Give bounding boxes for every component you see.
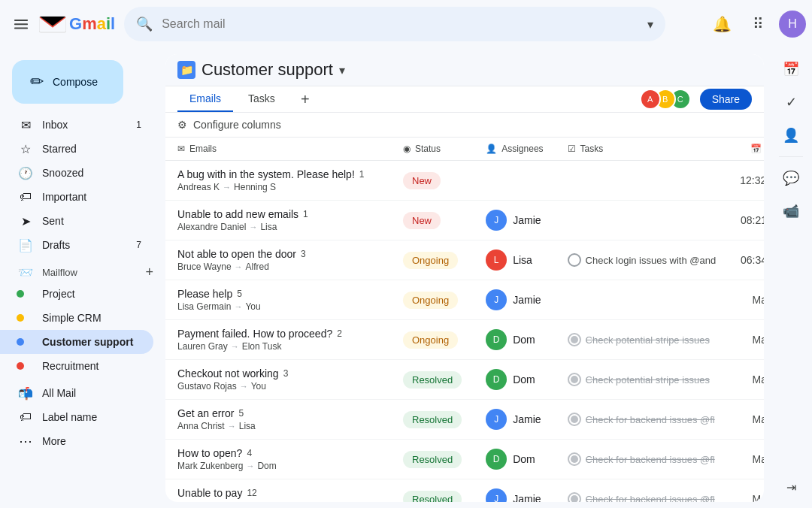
table-row[interactable]: A bug with in the system. Please help! 1… — [165, 161, 764, 201]
sidebar-item-simple-crm[interactable]: Simple CRM — [0, 306, 153, 330]
task-circle — [568, 333, 581, 346]
email-subject: Unable to pay 12 — [177, 487, 379, 499]
assignee-name: Dom — [513, 453, 535, 465]
configure-columns-icon: ⚙ — [177, 119, 187, 131]
email-subject: A bug with in the system. Please help! 1 — [177, 168, 379, 180]
email-participants: Andreas K → Henning S — [177, 182, 379, 192]
assignee-name: Dom — [513, 373, 535, 386]
email-participants: Lauren Gray → Elon Tusk — [177, 341, 379, 352]
sidebar-item-label-name[interactable]: 🏷 Label name — [0, 405, 153, 429]
table-row[interactable]: Unable to add new emails 1 Alexandre Dan… — [165, 201, 764, 240]
task-item: Check for backend issues @fl — [568, 452, 717, 466]
status-col-icon: ◉ — [403, 144, 411, 154]
task-circle — [568, 373, 581, 386]
configure-columns-bar[interactable]: ⚙ Configure columns — [165, 113, 764, 138]
page-title: Customer support — [201, 60, 333, 80]
task-text: Check login issues with @and — [586, 255, 717, 266]
email-subject: Get an error 5 — [177, 407, 379, 419]
assignee-name: Jamie — [513, 413, 541, 425]
tab-add-button[interactable]: + — [293, 87, 317, 111]
tab-emails[interactable]: Emails — [177, 86, 233, 112]
email-participants: Gustavo Rojas → You — [177, 381, 379, 392]
right-icon-contacts[interactable]: 👤 — [776, 120, 806, 150]
date-col-icon: 📅 — [750, 144, 762, 154]
email-count: 5 — [237, 289, 242, 299]
sidebar-item-sent[interactable]: ➤ Sent — [0, 209, 153, 233]
star-icon: ☆ — [18, 142, 33, 156]
right-icon-expand[interactable]: ⇥ — [776, 472, 806, 502]
search-input[interactable] — [162, 17, 647, 31]
label-dropdown-icon[interactable]: ▾ — [339, 63, 345, 77]
sidebar-item-drafts[interactable]: 📄 Drafts 7 — [0, 233, 153, 257]
status-badge: Ongoing — [403, 292, 458, 309]
table-row[interactable]: Not able to open the door 3 Bruce Wayne … — [165, 240, 764, 280]
col-date: 📅 Date — [728, 138, 764, 161]
assignee: D Dom — [486, 449, 543, 470]
table-row[interactable]: How to open? 4 Mark Zukenberg → Dom Reso… — [165, 440, 764, 479]
tab-tasks[interactable]: Tasks — [236, 86, 287, 112]
email-count: 5 — [238, 408, 244, 419]
task-text: Check for backend issues @fl — [586, 454, 715, 465]
sent-icon: ➤ — [18, 214, 33, 228]
user-avatar[interactable]: H — [779, 11, 806, 38]
label-icon: 🏷 — [18, 410, 33, 424]
task-item: Check login issues with @and — [568, 253, 717, 267]
collab-avatar-1: A — [640, 89, 661, 110]
compose-button[interactable]: ✏ Compose — [12, 60, 123, 104]
status-badge: Resolved — [403, 451, 462, 468]
task-item: Check for backend issues @fl — [568, 413, 717, 426]
sidebar-item-recruitment[interactable]: Recruitment — [0, 354, 153, 378]
status-badge: Resolved — [403, 371, 462, 389]
sidebar-item-important[interactable]: 🏷 Important — [0, 185, 153, 209]
svg-rect-2 — [14, 28, 28, 29]
svg-rect-0 — [14, 20, 28, 21]
sidebar-item-customer-support[interactable]: Customer support — [0, 330, 153, 354]
mailflow-add-icon[interactable]: + — [145, 265, 153, 280]
right-icon-calendar[interactable]: 📅 — [776, 54, 806, 84]
customer-support-dot — [17, 338, 24, 346]
table-row[interactable]: Payment failed. How to proceed? 2 Lauren… — [165, 320, 764, 360]
mailflow-icon: 📨 — [18, 265, 33, 280]
task-text: Check potential stripe issues — [586, 374, 710, 386]
sidebar-item-more[interactable]: ⋯ More — [0, 429, 153, 453]
right-icon-chat[interactable]: 💬 — [776, 163, 806, 193]
status-badge: Resolved — [403, 411, 462, 428]
notifications-button[interactable]: 🔔 — [707, 9, 737, 39]
assignee-avatar: L — [486, 249, 507, 271]
snoozed-icon: 🕐 — [18, 166, 33, 180]
apps-button[interactable]: ⠿ — [743, 9, 773, 39]
email-count: 3 — [301, 249, 306, 259]
share-button[interactable]: Share — [700, 89, 752, 110]
drafts-badge: 7 — [136, 240, 141, 250]
col-tasks: ☑ Tasks — [556, 138, 729, 161]
task-circle — [568, 413, 581, 426]
table-row[interactable]: Unable to pay 12 Layren Gray → Jamie Res… — [165, 479, 764, 503]
email-date: 08:21 AM — [728, 201, 764, 240]
more-icon: ⋯ — [18, 433, 33, 449]
right-icon-tasks[interactable]: ✓ — [776, 87, 806, 117]
sidebar-item-starred[interactable]: ☆ Starred — [0, 137, 153, 161]
email-count: 2 — [337, 328, 342, 339]
simple-crm-dot — [17, 314, 24, 322]
sidebar-item-inbox[interactable]: ✉ Inbox 1 — [0, 113, 153, 137]
right-icon-meet[interactable]: 📹 — [776, 196, 806, 226]
table-row[interactable]: Get an error 5 Anna Christ → Lisa Resolv… — [165, 400, 764, 440]
col-assignees: 👤 Assignees — [474, 138, 555, 161]
sidebar-item-all-mail[interactable]: 📬 All Mail — [0, 381, 153, 405]
email-participants: Lisa Germain → You — [177, 301, 379, 312]
email-participants: Layren Gray → Jamie — [177, 500, 379, 502]
task-item: Check potential stripe issues — [568, 333, 717, 346]
assignee: J Jamie — [486, 210, 543, 231]
right-sidebar: 📅 ✓ 👤 💬 📹 ⇥ — [770, 48, 812, 508]
task-circle — [568, 452, 581, 466]
hamburger-menu[interactable] — [6, 9, 36, 39]
status-badge: New — [403, 212, 441, 229]
email-participants: Bruce Wayne → Alfred — [177, 262, 379, 272]
table-row[interactable]: Checkout not working 3 Gustavo Rojas → Y… — [165, 360, 764, 400]
inbox-icon: ✉ — [18, 118, 33, 132]
search-options-icon[interactable]: ▾ — [647, 17, 653, 32]
sidebar-item-snoozed[interactable]: 🕐 Snoozed — [0, 161, 153, 185]
sidebar-item-project[interactable]: Project — [0, 282, 153, 306]
table-row[interactable]: Please help 5 Lisa Germain → You Ongoing… — [165, 280, 764, 320]
email-date: Mar 16 — [728, 400, 764, 440]
